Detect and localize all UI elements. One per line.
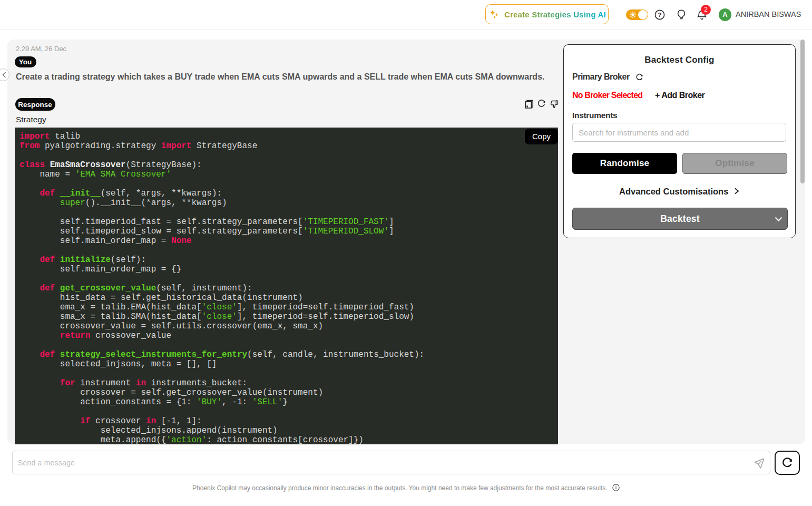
svg-text:?: ?: [658, 12, 661, 18]
